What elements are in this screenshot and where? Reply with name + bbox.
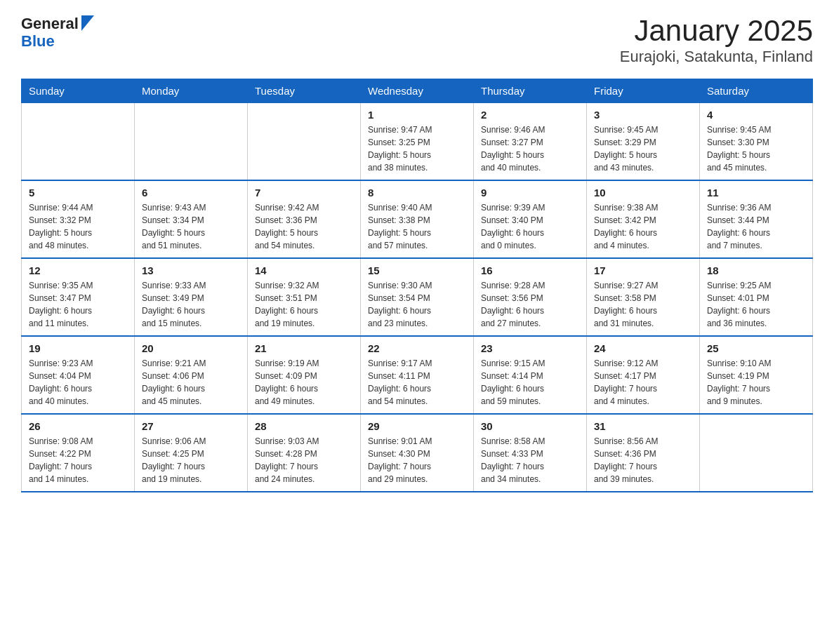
day-info: Sunrise: 9:06 AM Sunset: 4:25 PM Dayligh… xyxy=(142,435,240,485)
day-number: 8 xyxy=(368,187,466,199)
day-number: 25 xyxy=(707,342,805,354)
day-info: Sunrise: 9:43 AM Sunset: 3:34 PM Dayligh… xyxy=(142,201,240,252)
day-info: Sunrise: 9:38 AM Sunset: 3:42 PM Dayligh… xyxy=(594,201,692,252)
calendar-cell: 12Sunrise: 9:35 AM Sunset: 3:47 PM Dayli… xyxy=(22,258,135,336)
day-number: 7 xyxy=(255,187,353,199)
logo-triangle-icon xyxy=(81,15,94,31)
day-info: Sunrise: 9:03 AM Sunset: 4:28 PM Dayligh… xyxy=(255,435,353,485)
day-info: Sunrise: 9:40 AM Sunset: 3:38 PM Dayligh… xyxy=(368,201,466,252)
week-row-3: 12Sunrise: 9:35 AM Sunset: 3:47 PM Dayli… xyxy=(22,258,813,336)
day-number: 16 xyxy=(481,264,579,276)
calendar-cell: 8Sunrise: 9:40 AM Sunset: 3:38 PM Daylig… xyxy=(361,180,474,258)
weekday-header-row: SundayMondayTuesdayWednesdayThursdayFrid… xyxy=(22,79,813,103)
weekday-header-thursday: Thursday xyxy=(474,79,587,103)
day-info: Sunrise: 9:28 AM Sunset: 3:56 PM Dayligh… xyxy=(481,279,579,330)
calendar-cell: 16Sunrise: 9:28 AM Sunset: 3:56 PM Dayli… xyxy=(474,258,587,336)
calendar-cell: 27Sunrise: 9:06 AM Sunset: 4:25 PM Dayli… xyxy=(135,414,248,492)
calendar-cell: 26Sunrise: 9:08 AM Sunset: 4:22 PM Dayli… xyxy=(22,414,135,492)
weekday-header-sunday: Sunday xyxy=(22,79,135,103)
day-info: Sunrise: 9:32 AM Sunset: 3:51 PM Dayligh… xyxy=(255,279,353,330)
weekday-header-saturday: Saturday xyxy=(700,79,813,103)
weekday-header-tuesday: Tuesday xyxy=(248,79,361,103)
day-number: 3 xyxy=(594,109,692,121)
day-info: Sunrise: 9:21 AM Sunset: 4:06 PM Dayligh… xyxy=(142,357,240,408)
day-info: Sunrise: 9:45 AM Sunset: 3:29 PM Dayligh… xyxy=(594,123,692,174)
day-info: Sunrise: 9:01 AM Sunset: 4:30 PM Dayligh… xyxy=(368,435,466,485)
calendar-cell: 25Sunrise: 9:10 AM Sunset: 4:19 PM Dayli… xyxy=(700,336,813,414)
calendar-cell: 9Sunrise: 9:39 AM Sunset: 3:40 PM Daylig… xyxy=(474,180,587,258)
day-number: 28 xyxy=(255,420,353,432)
week-row-1: 1Sunrise: 9:47 AM Sunset: 3:25 PM Daylig… xyxy=(22,103,813,181)
day-number: 11 xyxy=(707,187,805,199)
calendar-cell xyxy=(700,414,813,492)
day-number: 12 xyxy=(29,264,127,276)
day-number: 14 xyxy=(255,264,353,276)
calendar-cell: 13Sunrise: 9:33 AM Sunset: 3:49 PM Dayli… xyxy=(135,258,248,336)
calendar-cell: 31Sunrise: 8:56 AM Sunset: 4:36 PM Dayli… xyxy=(587,414,700,492)
calendar-cell: 22Sunrise: 9:17 AM Sunset: 4:11 PM Dayli… xyxy=(361,336,474,414)
day-info: Sunrise: 9:08 AM Sunset: 4:22 PM Dayligh… xyxy=(29,435,127,485)
logo-text-blue: Blue xyxy=(21,32,55,51)
day-number: 9 xyxy=(481,187,579,199)
day-number: 22 xyxy=(368,342,466,354)
day-number: 20 xyxy=(142,342,240,354)
week-row-2: 5Sunrise: 9:44 AM Sunset: 3:32 PM Daylig… xyxy=(22,180,813,258)
day-info: Sunrise: 9:35 AM Sunset: 3:47 PM Dayligh… xyxy=(29,279,127,330)
calendar-cell: 11Sunrise: 9:36 AM Sunset: 3:44 PM Dayli… xyxy=(700,180,813,258)
month-title: January 2025 xyxy=(620,14,813,48)
calendar-cell xyxy=(22,103,135,181)
weekday-header-friday: Friday xyxy=(587,79,700,103)
day-info: Sunrise: 9:42 AM Sunset: 3:36 PM Dayligh… xyxy=(255,201,353,252)
calendar-cell: 21Sunrise: 9:19 AM Sunset: 4:09 PM Dayli… xyxy=(248,336,361,414)
day-info: Sunrise: 9:15 AM Sunset: 4:14 PM Dayligh… xyxy=(481,357,579,408)
calendar-cell: 1Sunrise: 9:47 AM Sunset: 3:25 PM Daylig… xyxy=(361,103,474,181)
week-row-4: 19Sunrise: 9:23 AM Sunset: 4:04 PM Dayli… xyxy=(22,336,813,414)
calendar-table: SundayMondayTuesdayWednesdayThursdayFrid… xyxy=(21,79,813,492)
day-number: 31 xyxy=(594,420,692,432)
day-info: Sunrise: 9:10 AM Sunset: 4:19 PM Dayligh… xyxy=(707,357,805,408)
calendar-cell: 4Sunrise: 9:45 AM Sunset: 3:30 PM Daylig… xyxy=(700,103,813,181)
day-info: Sunrise: 9:19 AM Sunset: 4:09 PM Dayligh… xyxy=(255,357,353,408)
calendar-cell xyxy=(135,103,248,181)
day-info: Sunrise: 9:44 AM Sunset: 3:32 PM Dayligh… xyxy=(29,201,127,252)
logo-text-general: General xyxy=(21,15,79,33)
day-info: Sunrise: 9:45 AM Sunset: 3:30 PM Dayligh… xyxy=(707,123,805,174)
day-number: 21 xyxy=(255,342,353,354)
day-number: 18 xyxy=(707,264,805,276)
day-info: Sunrise: 8:56 AM Sunset: 4:36 PM Dayligh… xyxy=(594,435,692,485)
day-number: 6 xyxy=(142,187,240,199)
day-info: Sunrise: 9:47 AM Sunset: 3:25 PM Dayligh… xyxy=(368,123,466,174)
calendar-cell: 29Sunrise: 9:01 AM Sunset: 4:30 PM Dayli… xyxy=(361,414,474,492)
location-subtitle: Eurajoki, Satakunta, Finland xyxy=(620,48,813,66)
day-info: Sunrise: 9:30 AM Sunset: 3:54 PM Dayligh… xyxy=(368,279,466,330)
title-block: January 2025 Eurajoki, Satakunta, Finlan… xyxy=(620,14,813,66)
calendar-cell: 14Sunrise: 9:32 AM Sunset: 3:51 PM Dayli… xyxy=(248,258,361,336)
logo: General Blue xyxy=(21,14,94,51)
day-number: 1 xyxy=(368,109,466,121)
day-info: Sunrise: 9:39 AM Sunset: 3:40 PM Dayligh… xyxy=(481,201,579,252)
day-info: Sunrise: 9:33 AM Sunset: 3:49 PM Dayligh… xyxy=(142,279,240,330)
weekday-header-wednesday: Wednesday xyxy=(361,79,474,103)
day-info: Sunrise: 9:12 AM Sunset: 4:17 PM Dayligh… xyxy=(594,357,692,408)
day-number: 30 xyxy=(481,420,579,432)
calendar-cell: 23Sunrise: 9:15 AM Sunset: 4:14 PM Dayli… xyxy=(474,336,587,414)
day-number: 5 xyxy=(29,187,127,199)
day-info: Sunrise: 9:17 AM Sunset: 4:11 PM Dayligh… xyxy=(368,357,466,408)
calendar-cell: 5Sunrise: 9:44 AM Sunset: 3:32 PM Daylig… xyxy=(22,180,135,258)
day-number: 15 xyxy=(368,264,466,276)
day-number: 26 xyxy=(29,420,127,432)
day-number: 17 xyxy=(594,264,692,276)
week-row-5: 26Sunrise: 9:08 AM Sunset: 4:22 PM Dayli… xyxy=(22,414,813,492)
weekday-header-monday: Monday xyxy=(135,79,248,103)
calendar-cell: 28Sunrise: 9:03 AM Sunset: 4:28 PM Dayli… xyxy=(248,414,361,492)
day-number: 4 xyxy=(707,109,805,121)
calendar-cell: 20Sunrise: 9:21 AM Sunset: 4:06 PM Dayli… xyxy=(135,336,248,414)
logo-icon: General Blue xyxy=(21,14,94,51)
calendar-cell: 18Sunrise: 9:25 AM Sunset: 4:01 PM Dayli… xyxy=(700,258,813,336)
calendar-cell: 3Sunrise: 9:45 AM Sunset: 3:29 PM Daylig… xyxy=(587,103,700,181)
svg-marker-0 xyxy=(81,15,94,31)
day-number: 10 xyxy=(594,187,692,199)
day-info: Sunrise: 9:46 AM Sunset: 3:27 PM Dayligh… xyxy=(481,123,579,174)
day-info: Sunrise: 8:58 AM Sunset: 4:33 PM Dayligh… xyxy=(481,435,579,485)
day-number: 24 xyxy=(594,342,692,354)
